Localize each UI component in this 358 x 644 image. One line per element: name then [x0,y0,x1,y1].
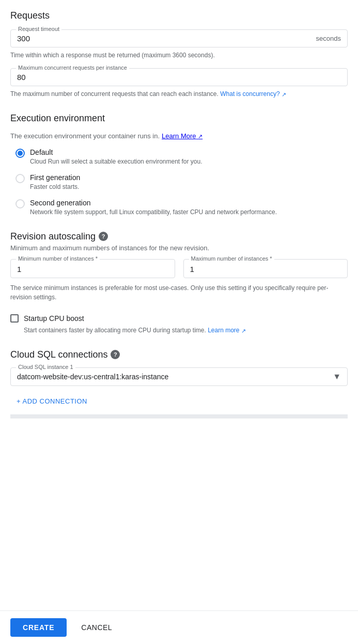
max-instances-value[interactable]: 1 [190,265,341,273]
concurrency-label: Maximum concurrent requests per instance [16,65,129,71]
cloud-sql-instance-label: Cloud SQL instance 1 [16,364,75,370]
cpu-boost-label: Startup CPU boost [24,314,84,323]
radio-item-first-gen[interactable]: First generation Faster cold starts. [15,173,348,191]
min-instances-field: Minimum number of instances * 1 [10,259,175,278]
min-instances-label: Minimum number of instances * [16,255,100,262]
external-link-icon-2: ↗ [198,133,203,139]
request-timeout-field: Request timeout 300 seconds [10,29,348,47]
exec-env-subtitle: The execution environment your container… [10,132,348,140]
max-instances-label: Maximum number of instances * [189,255,274,262]
concurrency-field: Maximum concurrent requests per instance… [10,68,348,86]
cloud-sql-instance-field[interactable]: Cloud SQL instance 1 datcom-website-dev:… [10,367,348,386]
radio-second-gen-label: Second generation [30,199,277,207]
cpu-boost-learn-more[interactable]: Learn more ↗ [208,327,246,334]
execution-env-section: Execution environment The execution envi… [10,113,348,216]
radio-item-second-gen[interactable]: Second generation Network file system su… [15,199,348,217]
external-link-icon: ↗ [282,91,286,98]
radio-second-gen-desc: Network file system support, full Linux … [30,208,277,217]
cloud-sql-instance-value: datcom-website-dev:us-central1:karas-ins… [17,373,168,381]
radio-item-default[interactable]: Default Cloud Run will select a suitable… [15,148,348,166]
add-connection-button[interactable]: + ADD CONNECTION [10,393,94,409]
scrollbar[interactable] [10,414,348,418]
requests-title: Requests [10,10,348,21]
external-link-icon-3: ↗ [241,327,246,333]
autoscaling-section: Revision autoscaling ? Minimum and maxim… [10,231,348,302]
create-button[interactable]: CREATE [10,618,67,637]
cloud-sql-section: Cloud SQL connections ? Cloud SQL instan… [10,349,348,418]
request-timeout-hint: Time within which a response must be ret… [10,51,348,60]
request-timeout-suffix: seconds [316,35,341,42]
radio-first-gen[interactable] [15,174,25,183]
request-timeout-label: Request timeout [16,26,61,32]
max-instances-field: Maximum number of instances * 1 [183,259,348,278]
cancel-button[interactable]: CANCEL [73,618,120,637]
autoscaling-help-icon[interactable]: ? [99,232,108,241]
cpu-boost-section: Startup CPU boost Start containers faste… [10,314,348,335]
radio-default[interactable] [15,149,25,158]
radio-first-gen-label: First generation [30,173,80,182]
instances-row: Minimum number of instances * 1 Maximum … [10,259,348,278]
cloud-sql-help-icon[interactable]: ? [111,350,120,359]
min-instances-hint: The service minimum instances is prefera… [10,283,348,302]
radio-second-gen[interactable] [15,199,25,208]
request-timeout-value[interactable]: 300 [17,34,30,43]
autoscaling-subtitle: Minimum and maximum numbers of instances… [10,244,348,252]
exec-env-learn-more[interactable]: Learn More ↗ [162,132,203,140]
add-connection-label: + ADD CONNECTION [17,397,87,405]
radio-default-label: Default [30,148,203,156]
cpu-boost-checkbox[interactable] [10,314,19,323]
radio-default-desc: Cloud Run will select a suitable executi… [30,157,203,166]
autoscaling-title: Revision autoscaling [10,231,96,242]
dropdown-arrow-icon: ▼ [333,372,341,381]
radio-first-gen-desc: Faster cold starts. [30,183,80,191]
footer: CREATE CANCEL [0,610,358,644]
cpu-boost-hint: Start containers faster by allocating mo… [10,326,348,335]
exec-env-title: Execution environment [10,113,348,124]
cloud-sql-title: Cloud SQL connections [10,349,107,360]
execution-env-radio-group: Default Cloud Run will select a suitable… [10,148,348,216]
min-instances-value[interactable]: 1 [17,265,168,273]
concurrency-value[interactable]: 80 [17,73,26,82]
concurrency-link[interactable]: What is concurrency? ↗ [220,90,286,98]
concurrency-hint: The maximum number of concurrent request… [10,89,348,99]
radio-inner-default [18,151,23,156]
